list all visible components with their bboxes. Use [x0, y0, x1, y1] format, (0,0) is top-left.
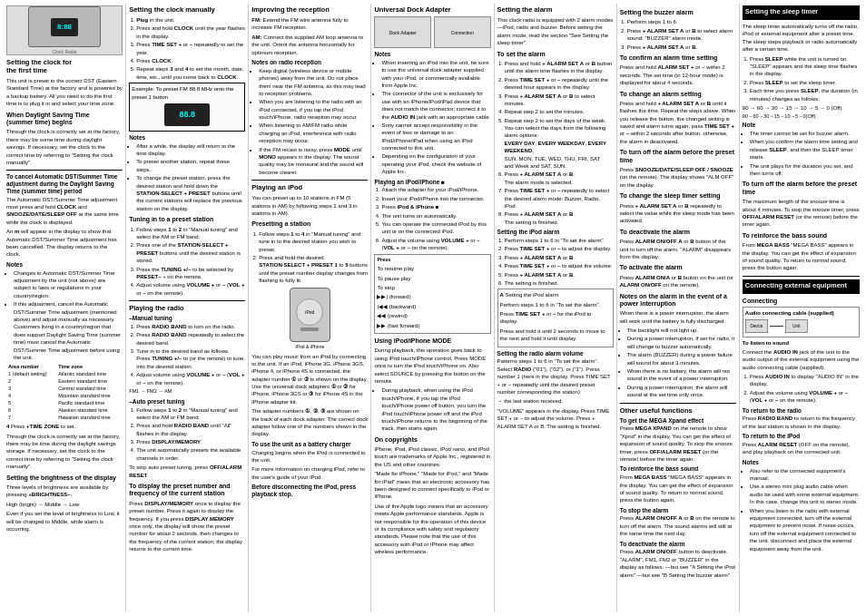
list-radio-notes: Keep digital (wireless device or mobile …	[251, 67, 368, 176]
list-power-interrupt: The backlight will not light up. During …	[620, 327, 736, 399]
para-return-ipod: Press ALARM RESET (OFF on the remote), a…	[743, 441, 860, 456]
audio-diagram: Audio connecting cable (supplied) Device…	[743, 307, 860, 337]
column-3: Improving the reception FM: Extend the F…	[249, 4, 371, 612]
steps-sleep-timer: Press SLEEP while the unit is turned on.…	[743, 55, 860, 103]
heading-tuning: Tuning in to a preset station	[129, 216, 245, 223]
steps-ipod-alarm: Perform steps 1 to 6 in "To set the alar…	[497, 237, 614, 287]
heading-change-alarm: To change an alarm setting	[620, 91, 736, 98]
para-battery-caution: Charging begins when the iPod is connect…	[251, 449, 368, 464]
para-sleep-intro: The sleep timer automatically turns off …	[743, 23, 860, 54]
para-bass: From MEGA BASS "MEGA BASS" appears in th…	[743, 241, 860, 272]
para-clock-intro: This unit is preset to the correct DST (…	[6, 77, 123, 108]
steps-clock-manual: Plug in the unit. Press and hold CLOCK u…	[129, 16, 245, 81]
column-1: 8:88 Clock Radio Setting the clock forth…	[4, 4, 126, 612]
heading-notes-clock: Notes	[129, 134, 245, 142]
timezone-table: Area numberTime zone 1 (default setting)…	[6, 363, 123, 421]
heading-set-alarm: To set the alarm	[497, 51, 614, 58]
para-turn-off-snooze: The maximum length of the snooze time is…	[743, 198, 860, 229]
para-display-freq: Press DISPLAY/MEMORY once to display the…	[129, 500, 245, 553]
heading-playing-ipod: Playing an iPod	[251, 183, 368, 191]
dock-images: Dock Adapter Connection	[374, 16, 490, 48]
list-iphone-mode: During playback, when using the iPod tou…	[374, 386, 490, 432]
heading-play-ipod-iphone: Playing an iPod/iPhone ■	[374, 179, 490, 186]
para-apple-logo: Use of the Apple logo means that an acce…	[374, 503, 490, 556]
para-made-for: "Made for iPhone," "Made for iPod," and …	[374, 470, 490, 501]
para-turn-off-alarm: Press SNOOZE/DATE/SLEEP OFF / SNOOZE (on…	[620, 166, 736, 189]
heading-dock-adapter: Universal Dock Adapter	[374, 5, 490, 14]
para-dst: Through the clock is correctly set at th…	[6, 128, 123, 166]
example-caption: Example: To preset FM 88.8 MHz onto the …	[132, 85, 242, 101]
heading-cancel-dst: To cancel Automatic DST/Summer Time adju…	[6, 173, 123, 194]
heading-display-freq: To display the preset number and frequen…	[129, 483, 245, 498]
heading-buzzer-alarm: Setting the buzzer alarm	[620, 9, 736, 16]
heading-deactivate-alarm2: To deactivate the alarm	[620, 541, 736, 548]
heading-alarm-volume: Setting the radio alarm volume	[497, 350, 614, 357]
device-image: 8:88 Clock Radio	[6, 5, 123, 55]
para-fm-reception: FM: Extend the FM wire antenna fully to …	[251, 16, 368, 32]
heading-return-radio: To return to the radio	[743, 407, 860, 415]
list-connect-notes: Also refer to the connected equipment's …	[743, 467, 860, 552]
list-dock-notes: When inserting an iPod into the unit, be…	[374, 59, 490, 176]
heading-clock-first: Setting the clock forthe first time	[6, 58, 123, 74]
para-reinforce-bass: From MEGA BASS "MEGA BASS" appears in th…	[620, 474, 736, 504]
heading-mega-xpand: To get the MEGA Xpand effect	[620, 417, 736, 425]
heading-copyrights: On copyrights	[374, 436, 490, 444]
para-alarm-volume: Patterns steps 1 to 6 in "To set the ala…	[497, 357, 614, 396]
heading-other-functions: Other useful functions	[620, 406, 736, 415]
column-2: Setting the clock manually Plug in the u…	[126, 4, 249, 612]
para-cancel-dst: The Automatic DST/Summer Time adjustment…	[6, 196, 123, 227]
list-clock-notes: After a while, the display will return t…	[129, 142, 245, 213]
alarm-diagram: A Setting the iPod alarm Perform steps 1…	[497, 288, 614, 347]
heading-auto-preset: –Auto preset tuning	[129, 398, 245, 406]
heading-dock-notes: Notes	[374, 51, 490, 58]
para-brightness: Three levels of brightness are available…	[6, 484, 123, 499]
para-am-reception: AM: Connect the supplied AM loop antenna…	[251, 34, 368, 56]
para-volume-setting: "VOLUME" appears in the display. Press T…	[497, 407, 614, 430]
heading-change-sleep: To change the sleep timer setting	[620, 192, 736, 200]
column-5: Setting the alarm This clock radio is eq…	[495, 4, 617, 612]
ipod-diagram: iPod iPod & iPhone	[251, 288, 368, 350]
para-deactivate-alarm2: Press ALARM ON/OFF button to deactivate.…	[620, 548, 736, 579]
para-ipod-intro: You can preset up to 10 stations in FM (…	[251, 194, 368, 217]
divider-2	[129, 300, 245, 301]
heading-return-ipod: To return to the iPod	[743, 433, 860, 440]
heading-power-interrupt: Notes on the alarm in the event of a pow…	[620, 293, 736, 308]
para-iphone-mode: During playback, this operation goes bac…	[374, 347, 490, 385]
steps-set-alarm: Press and hold + ALARM SET A or B button…	[497, 60, 614, 226]
heading-turn-off-snooze: To turn off the alarm before the preset …	[743, 181, 860, 196]
steps-manual-tuning: Press RADIO BAND to turn on the radio. P…	[129, 323, 245, 386]
para-ipod-note2: The adapter numbers ①, ②, ③ are shown on…	[251, 407, 368, 438]
timezone-table-container: Area numberTime zone 1 (default setting)…	[6, 363, 123, 421]
heading-clock-manual: Setting the clock manually	[129, 5, 245, 14]
para-ipod-note1: You can play music from an iPod by conne…	[251, 353, 368, 406]
column-4: Universal Dock Adapter Dock Adapter Conn…	[371, 4, 494, 612]
steps-tuning-preset: Follow steps 1 to 2 in "Manual tuning" a…	[129, 226, 245, 298]
para-return-radio: Press RADIO BAND to return to the freque…	[743, 415, 860, 430]
heading-presetting: Presetting a station	[251, 220, 368, 228]
para-volume-last: → the last station received.	[497, 397, 614, 405]
heading-setting-ipod-alarm: Setting the iPod alarm	[497, 229, 614, 236]
heading-bass: To reinforce the bass sound	[743, 232, 860, 240]
column-6: Setting the buzzer alarm Perform steps 1…	[617, 4, 740, 612]
heading-sleep-timer-bar: Setting the sleep timer	[743, 5, 860, 20]
heading-deactivate-alarm: To deactivate the alarm	[620, 229, 736, 236]
divider-4	[620, 403, 736, 404]
steps-play-ipod: Attach the adapter for your iPod/iPhone.…	[374, 186, 490, 251]
para-confirm-alarm: Press and hold ALARM SET + or – within 2…	[620, 64, 736, 86]
heading-connecting-bar: Connecting external equipment	[743, 279, 860, 294]
section-title-clock-first: Setting the clock forthe first time	[6, 58, 123, 74]
steps-audio-in: Press AUDIO IN to display "AUDIO IN" in …	[743, 373, 860, 405]
steps-auto-preset: Follow steps 1 to 2 in "Manual tuning" a…	[129, 406, 245, 463]
para-brightness-note: Even if you set the level of brightness …	[6, 510, 123, 533]
heading-connecting-sub: Connecting	[743, 298, 860, 305]
heading-dst: When Daylight Saving Time(summer time) b…	[6, 112, 123, 127]
para-copyrights: iPhone, iPod, iPod classic, iPod nano, a…	[374, 445, 490, 468]
para-auto-preset-note: To stop auto preset tuning, press OFF/AL…	[129, 464, 245, 479]
para-listen-sound: To listen to sound	[743, 339, 860, 347]
heading-reinforce-bass: To reinforce the bass sound	[620, 465, 736, 473]
heading-manual-tuning: –Manual tuning	[129, 315, 245, 322]
heading-confirm-alarm: To confirm an alarm time setting	[620, 54, 736, 62]
para-sleep-sequence: 90 → 60 → 30 → 15 → 10 → 5 → 0 (Off)	[743, 104, 860, 112]
example-display-box: Example: To preset FM 88.8 MHz onto the …	[129, 83, 245, 132]
heading-connecting: Connecting external equipment	[745, 281, 857, 289]
